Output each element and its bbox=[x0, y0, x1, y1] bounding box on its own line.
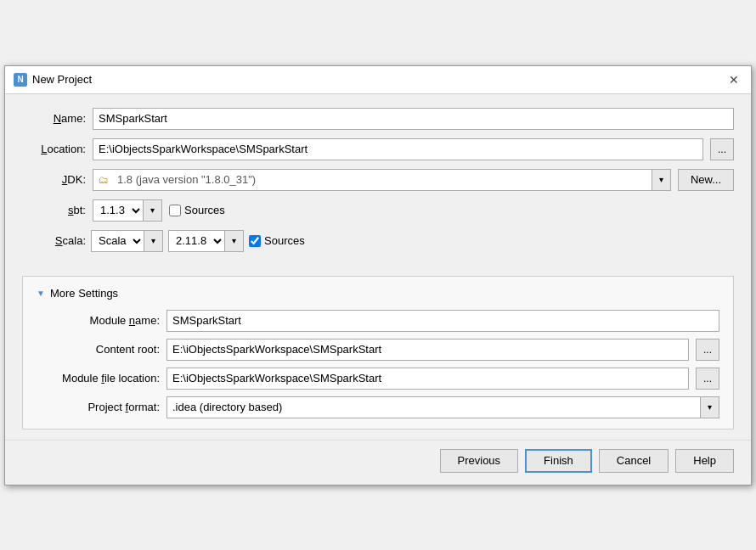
help-button[interactable]: Help bbox=[675, 449, 734, 473]
project-format-wrap: .idea (directory based) ▾ bbox=[166, 396, 719, 418]
module-file-row: Module file location: ... bbox=[37, 368, 719, 390]
scala-version-wrap: 2.11.8 ▾ bbox=[168, 230, 244, 252]
scala-flavor-arrow[interactable]: ▾ bbox=[144, 230, 163, 252]
name-input[interactable] bbox=[93, 108, 734, 130]
close-button[interactable]: ✕ bbox=[725, 71, 742, 88]
scala-label: Scala: bbox=[22, 234, 86, 247]
sbt-version-wrap: 1.1.3 ▾ bbox=[93, 199, 162, 222]
content-root-input[interactable] bbox=[166, 339, 689, 361]
more-settings-section: ▼ More Settings Module name: Content roo… bbox=[22, 276, 734, 429]
sbt-label: sbt: bbox=[22, 204, 86, 216]
module-file-input[interactable] bbox=[166, 368, 689, 390]
content-root-browse-button[interactable]: ... bbox=[696, 339, 719, 361]
finish-button[interactable]: Finish bbox=[525, 449, 592, 473]
content-root-label: Content root: bbox=[37, 343, 160, 356]
title-bar: N New Project ✕ bbox=[5, 66, 751, 94]
new-jdk-button[interactable]: New... bbox=[678, 169, 734, 191]
jdk-row: JDK: 🗂 1.8 (java version "1.8.0_31") ▾ N… bbox=[22, 169, 734, 191]
scala-flavor-select[interactable]: Scala bbox=[91, 230, 144, 252]
jdk-label: JDK: bbox=[22, 173, 86, 186]
location-input[interactable] bbox=[93, 138, 703, 160]
dialog-body: Name: Location: ... JDK: 🗂 1.8 (java ver… bbox=[5, 94, 751, 440]
project-format-label: Project format: bbox=[37, 401, 160, 413]
scala-sources-checkbox[interactable] bbox=[249, 235, 261, 247]
scala-sources-checkbox-label[interactable]: Sources bbox=[249, 234, 305, 247]
scala-flavor-wrap: Scala ▾ bbox=[91, 230, 163, 252]
dialog-icon: N bbox=[14, 73, 27, 87]
module-name-label: Module name: bbox=[37, 314, 160, 327]
location-label: Location: bbox=[22, 143, 86, 155]
module-file-label: Module file location: bbox=[37, 372, 160, 384]
settings-form: Module name: Content root: ... Module fi… bbox=[37, 310, 719, 418]
name-label: Name: bbox=[22, 112, 86, 125]
name-row: Name: bbox=[22, 108, 734, 130]
sbt-dropdown-arrow[interactable]: ▾ bbox=[144, 199, 162, 222]
content-root-row: Content root: ... bbox=[37, 339, 719, 361]
module-file-browse-button[interactable]: ... bbox=[696, 368, 719, 390]
more-settings-header[interactable]: ▼ More Settings bbox=[37, 287, 719, 300]
module-name-row: Module name: bbox=[37, 310, 719, 332]
scala-sources-label: Sources bbox=[264, 234, 305, 247]
scala-row: Scala: Scala ▾ 2.11.8 ▾ Sources bbox=[22, 230, 734, 252]
sbt-sources-checkbox[interactable] bbox=[169, 205, 181, 216]
new-project-dialog: N New Project ✕ Name: Location: ... JDK: bbox=[4, 65, 752, 485]
project-format-row: Project format: .idea (directory based) … bbox=[37, 396, 719, 418]
project-format-select[interactable]: .idea (directory based) bbox=[166, 396, 701, 418]
dialog-title: New Project bbox=[32, 73, 92, 86]
jdk-folder-icon: 🗂 bbox=[99, 174, 109, 186]
more-settings-label: More Settings bbox=[50, 287, 118, 300]
sbt-sources-checkbox-label[interactable]: Sources bbox=[169, 204, 225, 216]
location-browse-button[interactable]: ... bbox=[710, 138, 734, 160]
project-format-arrow[interactable]: ▾ bbox=[701, 396, 719, 418]
sbt-version-select[interactable]: 1.1.3 bbox=[93, 199, 144, 222]
previous-button[interactable]: Previous bbox=[440, 449, 519, 473]
jdk-dropdown-arrow[interactable]: ▾ bbox=[652, 170, 670, 190]
scala-version-select[interactable]: 2.11.8 bbox=[168, 230, 225, 252]
module-name-input[interactable] bbox=[166, 310, 719, 332]
cancel-button[interactable]: Cancel bbox=[599, 449, 669, 473]
sbt-row: sbt: 1.1.3 ▾ Sources bbox=[22, 199, 734, 222]
jdk-value: 1.8 (java version "1.8.0_31") bbox=[93, 171, 652, 188]
collapse-triangle-icon: ▼ bbox=[37, 289, 45, 298]
title-bar-left: N New Project bbox=[14, 73, 92, 87]
jdk-select-container[interactable]: 🗂 1.8 (java version "1.8.0_31") ▾ bbox=[93, 169, 671, 191]
scala-version-arrow[interactable]: ▾ bbox=[225, 230, 244, 252]
sbt-sources-label: Sources bbox=[184, 204, 225, 216]
button-row: Previous Finish Cancel Help bbox=[5, 440, 751, 485]
location-row: Location: ... bbox=[22, 138, 734, 160]
